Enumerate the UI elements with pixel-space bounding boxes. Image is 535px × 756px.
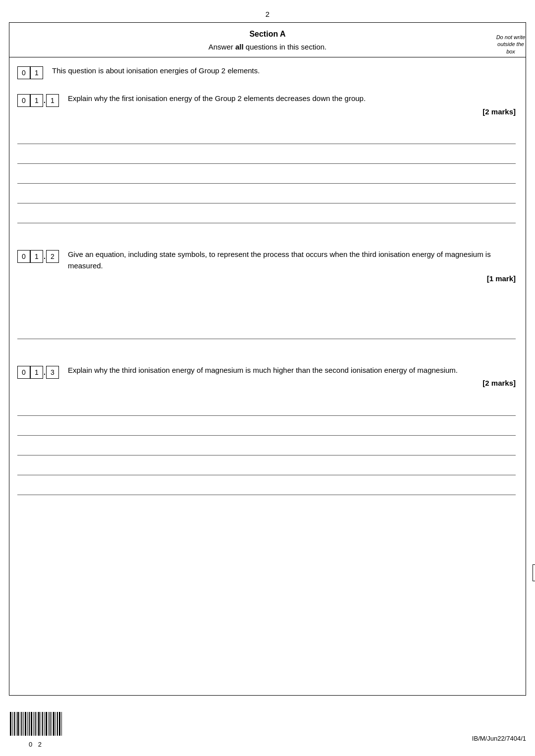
- svg-rect-27: [61, 712, 62, 736]
- svg-rect-24: [55, 712, 56, 736]
- answer-line[interactable]: [17, 146, 516, 164]
- q1-2-dot: .: [44, 252, 46, 260]
- svg-rect-3: [16, 712, 16, 736]
- q1-2-row: 0 1 . 2 Give an equation, including stat…: [17, 249, 516, 289]
- svg-rect-2: [14, 712, 15, 736]
- content-area: 0 1 This question is about ionisation en…: [9, 57, 526, 515]
- answer-line[interactable]: [17, 398, 516, 416]
- barcode-image: [9, 712, 63, 739]
- q1-intro-text: This question is about ionisation energi…: [52, 65, 516, 77]
- question-1-intro: 0 1 This question is about ionisation en…: [17, 65, 516, 79]
- answer-line[interactable]: [17, 205, 516, 223]
- question-1-3: 0 1 . 3 Explain why the third ionisation…: [17, 365, 516, 495]
- answer-line[interactable]: [17, 186, 516, 203]
- spacer: [17, 351, 516, 365]
- svg-rect-5: [20, 712, 20, 736]
- svg-rect-8: [25, 712, 26, 736]
- svg-rect-17: [42, 712, 43, 736]
- question-1-1: 0 1 . 1 Explain why the first ionisation…: [17, 93, 516, 223]
- svg-rect-13: [35, 712, 36, 736]
- answer-line[interactable]: [17, 477, 516, 495]
- answer-line[interactable]: [17, 438, 516, 455]
- answer-line[interactable]: [17, 166, 516, 184]
- q1-3-dot: .: [44, 368, 46, 376]
- svg-rect-26: [59, 712, 60, 736]
- q1-2-marks: [1 mark]: [68, 273, 516, 285]
- spacer: [17, 235, 516, 249]
- svg-rect-9: [27, 712, 28, 736]
- section-subtitle: Answer all questions in this section.: [14, 43, 521, 51]
- svg-rect-4: [17, 712, 19, 736]
- svg-rect-12: [33, 712, 34, 736]
- page-wrapper: 2 Do not write outside the box Section A…: [0, 0, 535, 756]
- q1-box-1: 1: [30, 66, 43, 79]
- q1-1-row: 0 1 . 1 Explain why the first ionisation…: [17, 93, 516, 121]
- q1-2-box-0: 0: [17, 250, 30, 263]
- answer-space-1-2: [17, 292, 516, 316]
- q1-1-text: Explain why the first ionisation energy …: [68, 93, 516, 121]
- q1-2-box-sub: 2: [46, 250, 59, 263]
- main-content-box: Section A Answer all questions in this s…: [9, 22, 526, 696]
- q1-3-marks: [2 marks]: [68, 378, 516, 389]
- svg-rect-7: [23, 712, 24, 736]
- svg-rect-14: [37, 712, 37, 736]
- q1-2-number-group: 0 1 . 2: [17, 250, 59, 263]
- score-area: 5: [533, 564, 535, 591]
- q1-3-number-group: 0 1 . 3: [17, 366, 59, 379]
- svg-rect-25: [57, 712, 58, 736]
- q1-1-dot: .: [44, 97, 46, 104]
- subtitle-pre: Answer: [209, 43, 235, 51]
- q1-2-box-1: 1: [30, 250, 43, 263]
- q1-intro-row: 0 1 This question is about ionisation en…: [17, 65, 516, 79]
- subtitle-post: questions in this section.: [244, 43, 327, 51]
- q1-1-marks: [2 marks]: [68, 106, 516, 118]
- barcode-area: 0 2: [9, 712, 63, 748]
- svg-rect-6: [21, 712, 22, 736]
- q1-box-0: 0: [17, 66, 30, 79]
- svg-rect-0: [10, 712, 11, 736]
- subtitle-bold: all: [235, 43, 244, 51]
- svg-rect-18: [44, 712, 45, 736]
- answer-line[interactable]: [17, 457, 516, 475]
- q1-number-group: 0 1: [17, 66, 43, 79]
- q1-2-text: Give an equation, including state symbol…: [68, 249, 516, 289]
- svg-rect-21: [50, 712, 51, 736]
- q1-1-answer-lines[interactable]: [17, 126, 516, 223]
- section-title: Section A: [14, 30, 521, 39]
- svg-rect-15: [38, 712, 40, 736]
- svg-rect-23: [53, 712, 54, 736]
- svg-rect-16: [41, 712, 41, 736]
- q1-1-number-group: 0 1 . 1: [17, 94, 59, 107]
- section-header: Section A Answer all questions in this s…: [9, 23, 526, 57]
- answer-line[interactable]: [17, 321, 516, 339]
- answer-line[interactable]: [17, 418, 516, 436]
- svg-rect-11: [31, 712, 32, 736]
- q1-1-box-0: 0: [17, 94, 30, 107]
- q1-3-box-1: 1: [30, 366, 43, 379]
- score-box: [533, 564, 535, 581]
- page-number: 2: [0, 10, 535, 18]
- q1-3-box-0: 0: [17, 366, 30, 379]
- svg-rect-19: [46, 712, 47, 736]
- q1-3-text: Explain why the third ionisation energy …: [68, 365, 516, 393]
- svg-rect-10: [29, 712, 30, 736]
- svg-rect-20: [48, 712, 49, 736]
- answer-line[interactable]: [17, 126, 516, 144]
- q1-3-box-sub: 3: [46, 366, 59, 379]
- q1-2-answer-lines[interactable]: [17, 321, 516, 339]
- question-1-2: 0 1 . 2 Give an equation, including stat…: [17, 249, 516, 339]
- footer-reference: IB/M/Jun22/7404/1: [472, 735, 526, 742]
- svg-rect-22: [52, 712, 52, 736]
- q1-1-box-sub: 1: [46, 94, 59, 107]
- q1-1-box-1: 1: [30, 94, 43, 107]
- q1-3-row: 0 1 . 3 Explain why the third ionisation…: [17, 365, 516, 393]
- barcode-label: 0 2: [29, 741, 44, 748]
- q1-3-answer-lines[interactable]: [17, 398, 516, 495]
- svg-rect-1: [12, 712, 13, 736]
